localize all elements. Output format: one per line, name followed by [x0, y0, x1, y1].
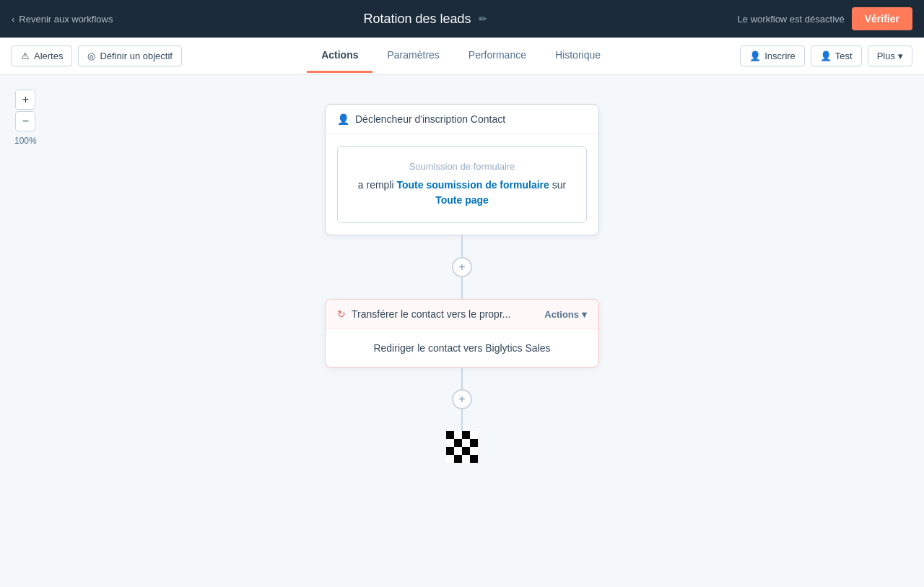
toolbar: ⚠ Alertes ◎ Définir un objectif Actions …: [0, 38, 924, 75]
tab-actions[interactable]: Actions: [307, 39, 372, 73]
form-text-bold2: Toute page: [435, 194, 489, 206]
form-text-bold1: Toute soumission de formulaire: [397, 179, 549, 191]
tab-performance[interactable]: Performance: [454, 39, 541, 73]
flag-cell: [470, 439, 478, 447]
connector-2: +: [452, 368, 472, 431]
workflow-canvas: + − 100% 👤 Déclencheur d'inscription Con…: [0, 75, 924, 587]
inscrire-icon: 👤: [749, 51, 761, 61]
back-arrow-icon: ‹: [12, 14, 14, 25]
workflow-area: 👤 Déclencheur d'inscription Contact Soum…: [0, 75, 924, 581]
flag-cell: [454, 439, 462, 447]
add-step-button-1[interactable]: +: [452, 257, 472, 277]
action-header-left: ↻ Transférer le contact vers le propr...: [337, 308, 510, 320]
connector-line-1: [461, 235, 463, 257]
inscrire-label: Inscrire: [764, 51, 796, 61]
finish-flag: [446, 431, 478, 463]
trigger-node-body: Soumission de formulaire a rempli Toute …: [326, 134, 598, 235]
form-text-mid: sur: [549, 179, 566, 191]
toolbar-right: 👤 Inscrire 👤 Test Plus ▾: [740, 45, 912, 66]
action-node[interactable]: ↻ Transférer le contact vers le propr...…: [325, 299, 599, 368]
plus-label: Plus: [877, 51, 895, 61]
plus-button[interactable]: Plus ▾: [868, 45, 912, 66]
flag-cell: [454, 447, 462, 455]
action-title: Transférer le contact vers le propr...: [352, 308, 510, 320]
tab-parametres[interactable]: Paramètres: [372, 39, 453, 73]
zoom-level-label: 100%: [14, 136, 37, 146]
form-text-prefix: a rempli: [358, 179, 397, 191]
person-icon: 👤: [337, 113, 349, 125]
alertes-label: Alertes: [34, 51, 63, 61]
actions-chevron-icon: ▾: [582, 309, 587, 320]
tabs-area: Actions Paramètres Performance Historiqu…: [188, 39, 734, 73]
flag-cell: [462, 455, 470, 463]
test-label: Test: [835, 51, 853, 61]
connector-line-2: [461, 368, 463, 389]
connector-line-2b: [461, 409, 463, 431]
verify-button[interactable]: Vérifier: [852, 7, 912, 30]
tab-historique[interactable]: Historique: [541, 39, 615, 73]
zoom-out-icon: −: [22, 115, 29, 128]
alertes-button[interactable]: ⚠ Alertes: [12, 45, 72, 66]
back-to-workflows-link[interactable]: ‹ Revenir aux workflows: [12, 14, 113, 25]
zoom-out-button[interactable]: −: [15, 111, 35, 131]
action-body-text: Rediriger le contact vers Biglytics Sale…: [373, 342, 550, 354]
nav-right-area: Le workflow est désactivé Vérifier: [738, 7, 912, 30]
flag-cell: [462, 447, 470, 455]
form-submission-box[interactable]: Soumission de formulaire a rempli Toute …: [337, 146, 587, 223]
actions-dropdown-button[interactable]: Actions ▾: [544, 309, 587, 320]
flag-cell: [454, 455, 462, 463]
trigger-node[interactable]: 👤 Déclencheur d'inscription Contact Soum…: [325, 104, 599, 235]
flag-cell: [470, 455, 478, 463]
flag-cell: [454, 431, 462, 439]
objectif-label: Définir un objectif: [100, 51, 172, 61]
flag-cell: [446, 439, 454, 447]
actions-dropdown-label: Actions: [544, 309, 579, 320]
top-navigation: ‹ Revenir aux workflows Rotation des lea…: [0, 0, 924, 38]
alert-icon: ⚠: [21, 51, 30, 61]
toolbar-left: ⚠ Alertes ◎ Définir un objectif: [12, 45, 182, 66]
connector-1: +: [452, 235, 472, 299]
workflow-title: Rotation des leads: [363, 12, 471, 27]
action-node-body: Rediriger le contact vers Biglytics Sale…: [326, 329, 598, 367]
flag-cell: [446, 455, 454, 463]
flag-cell: [446, 431, 454, 439]
zoom-in-icon: +: [22, 93, 29, 106]
objectif-button[interactable]: ◎ Définir un objectif: [78, 45, 181, 66]
back-label: Revenir aux workflows: [19, 14, 113, 25]
rotate-icon: ↻: [337, 308, 346, 320]
flag-cell: [446, 447, 454, 455]
flag-cell: [470, 431, 478, 439]
workflow-status-label: Le workflow est désactivé: [738, 14, 845, 25]
test-icon: 👤: [820, 51, 832, 61]
zoom-in-button[interactable]: +: [15, 90, 35, 110]
add-step-button-2[interactable]: +: [452, 389, 472, 409]
connector-line-1b: [461, 277, 463, 299]
flag-cell: [462, 439, 470, 447]
target-icon: ◎: [87, 51, 95, 61]
nav-title-area: Rotation des leads ✏: [124, 12, 725, 27]
test-button[interactable]: 👤 Test: [811, 45, 862, 66]
inscrire-button[interactable]: 👤 Inscrire: [740, 45, 805, 66]
form-submission-label: Soumission de formulaire: [349, 161, 575, 172]
flag-cell: [470, 447, 478, 455]
trigger-title: Déclencheur d'inscription Contact: [355, 113, 505, 125]
trigger-node-header: 👤 Déclencheur d'inscription Contact: [326, 105, 598, 134]
zoom-controls: + − 100%: [14, 90, 37, 146]
edit-title-icon[interactable]: ✏: [479, 13, 487, 25]
flag-cell: [462, 431, 470, 439]
form-submission-text: a rempli Toute soumission de formulaire …: [349, 178, 575, 208]
chevron-down-icon: ▾: [898, 51, 903, 61]
action-node-header: ↻ Transférer le contact vers le propr...…: [326, 300, 598, 329]
